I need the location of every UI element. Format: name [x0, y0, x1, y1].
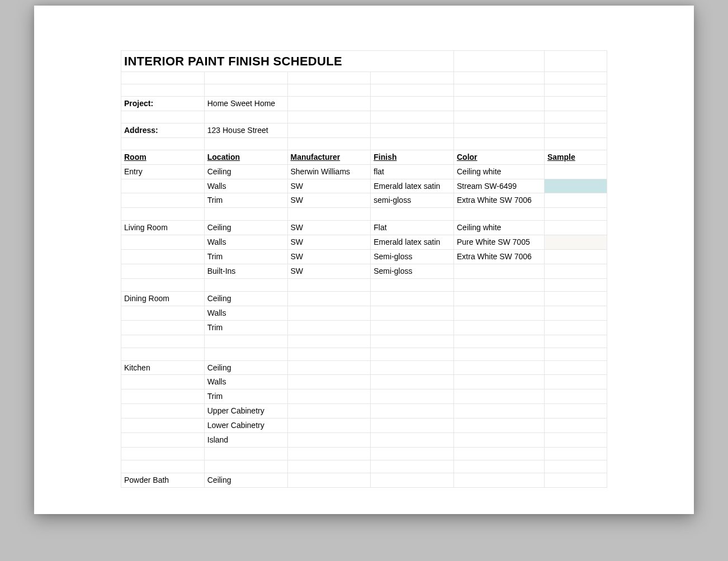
cell-sample [545, 447, 607, 460]
table-row: Island [121, 433, 607, 448]
cell-color [454, 278, 545, 291]
cell-room [121, 419, 205, 433]
cell-manufacturer [287, 460, 371, 473]
cell-manufacturer [287, 473, 371, 487]
cell-location [204, 447, 287, 460]
cell-manufacturer [287, 348, 371, 360]
project-label: Project: [121, 97, 205, 111]
cell-finish [371, 306, 454, 320]
cell-location: Walls [204, 179, 287, 193]
cell-sample [545, 360, 607, 375]
cell-finish [371, 208, 454, 221]
cell-manufacturer [287, 335, 371, 348]
cell-color [454, 419, 545, 433]
cell-sample [545, 473, 607, 487]
address-row: Address: 123 House Street [121, 123, 607, 137]
cell-location: Ceiling [204, 360, 287, 375]
cell-finish [371, 335, 454, 348]
cell-color [454, 306, 545, 320]
cell-finish: Flat [371, 221, 454, 235]
cell-sample [545, 433, 607, 448]
cell-finish [371, 291, 454, 306]
table-row: TrimSWsemi-glossExtra White SW 7006 [121, 193, 607, 208]
cell-room [121, 278, 205, 291]
cell-room [121, 179, 205, 193]
table-row: Powder BathCeiling [121, 473, 607, 487]
cell-manufacturer [287, 419, 371, 433]
cell-location: Walls [204, 306, 287, 320]
cell-color: Ceiling white [454, 164, 545, 179]
cell-color [454, 460, 545, 473]
cell-sample [545, 404, 607, 419]
table-row: WallsSWEmerald latex satinStream SW-6499 [121, 179, 607, 193]
table-row: Trim [121, 320, 607, 335]
cell-color: Ceiling white [454, 221, 545, 235]
cell-room [121, 208, 205, 221]
cell-location [204, 348, 287, 360]
cell-sample [545, 264, 607, 279]
document-page: INTERIOR PAINT FINISH SCHEDULE Project: … [34, 6, 694, 514]
cell-finish [371, 433, 454, 448]
cell-finish [371, 447, 454, 460]
cell-location: Built-Ins [204, 264, 287, 279]
cell-room: Entry [121, 164, 205, 179]
cell-sample [545, 221, 607, 235]
cell-location: Ceiling [204, 221, 287, 235]
table-row [121, 278, 607, 291]
cell-manufacturer [287, 291, 371, 306]
cell-room [121, 404, 205, 419]
cell-finish [371, 473, 454, 487]
cell-sample [545, 278, 607, 291]
cell-sample [545, 164, 607, 179]
cell-color [454, 320, 545, 335]
cell-color [454, 291, 545, 306]
header-room: Room [121, 150, 205, 164]
cell-room [121, 264, 205, 279]
cell-manufacturer [287, 404, 371, 419]
table-row: Built-InsSWSemi-gloss [121, 264, 607, 279]
table-row: Walls [121, 375, 607, 389]
cell-sample [545, 179, 607, 193]
table-row: Upper Cabinetry [121, 404, 607, 419]
table-row: Dining RoomCeiling [121, 291, 607, 306]
cell-manufacturer: SW [287, 179, 371, 193]
cell-location [204, 460, 287, 473]
cell-finish [371, 360, 454, 375]
spacer-row [121, 111, 607, 123]
address-label: Address: [121, 123, 205, 137]
cell-location [204, 335, 287, 348]
cell-location: Walls [204, 375, 287, 389]
cell-manufacturer: SW [287, 264, 371, 279]
project-value: Home Sweet Home [204, 97, 287, 111]
cell-manufacturer [287, 208, 371, 221]
cell-color: Stream SW-6499 [454, 179, 545, 193]
cell-room [121, 320, 205, 335]
cell-manufacturer: Sherwin Williams [287, 164, 371, 179]
cell-color [454, 433, 545, 448]
cell-location: Ceiling [204, 291, 287, 306]
cell-location: Ceiling [204, 473, 287, 487]
cell-manufacturer [287, 320, 371, 335]
cell-manufacturer [287, 389, 371, 404]
cell-manufacturer: SW [287, 235, 371, 250]
spacer-row [121, 137, 607, 150]
cell-location: Lower Cabinetry [204, 419, 287, 433]
table-row [121, 208, 607, 221]
paint-schedule-table: INTERIOR PAINT FINISH SCHEDULE Project: … [121, 50, 607, 488]
header-finish: Finish [371, 150, 454, 164]
table-row: EntryCeilingSherwin WilliamsflatCeiling … [121, 164, 607, 179]
cell-color [454, 335, 545, 348]
column-header-row: Room Location Manufacturer Finish Color … [121, 150, 607, 164]
table-row: Walls [121, 306, 607, 320]
cell-room: Powder Bath [121, 473, 205, 487]
cell-location: Upper Cabinetry [204, 404, 287, 419]
spacer-row [121, 84, 607, 97]
cell-color [454, 208, 545, 221]
cell-color [454, 264, 545, 279]
title-row: INTERIOR PAINT FINISH SCHEDULE [121, 51, 607, 72]
cell-sample [545, 235, 607, 250]
cell-room [121, 250, 205, 264]
cell-manufacturer [287, 433, 371, 448]
cell-manufacturer [287, 447, 371, 460]
cell-finish [371, 375, 454, 389]
